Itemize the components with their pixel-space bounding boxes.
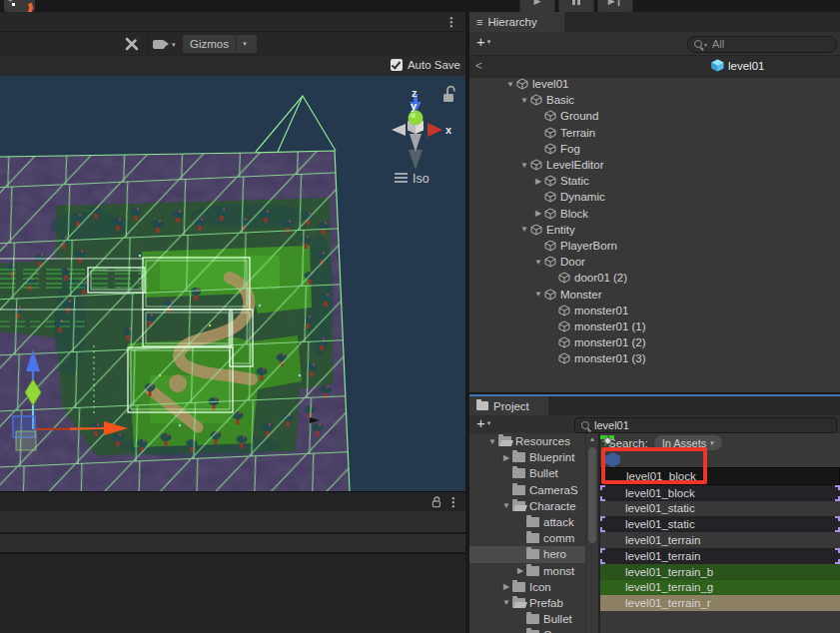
scroll-up-icon[interactable]: ▲ <box>586 435 598 442</box>
folder-item[interactable]: Icon <box>469 579 585 595</box>
project-search-input[interactable]: level01 <box>574 417 837 433</box>
projection-label: Iso <box>413 172 429 186</box>
back-chevron-icon[interactable]: < <box>475 59 482 73</box>
folder-item[interactable]: Bullet <box>469 611 585 627</box>
folder-item[interactable]: Resources <box>469 433 585 449</box>
gizmo-axis-y-sphere[interactable] <box>409 111 423 126</box>
tree-item[interactable]: Monster <box>469 286 840 302</box>
foldout-arrow-icon[interactable] <box>514 566 526 575</box>
snap-tool-button[interactable]: + <box>4 0 35 12</box>
bottom-panel-kebab-icon[interactable]: ⋮ <box>447 495 459 509</box>
play-button[interactable]: ▶ <box>519 0 555 12</box>
pause-button[interactable] <box>558 0 594 12</box>
result-item[interactable]: level01_terrain_r <box>600 595 840 611</box>
tree-item[interactable]: monster01 (3) <box>469 350 840 366</box>
camera-dropdown-caret-icon[interactable]: ▾ <box>172 41 176 49</box>
scope-caret-icon: ▾ <box>710 439 714 447</box>
foldout-arrow-icon[interactable] <box>500 582 512 591</box>
foldout-arrow-icon[interactable] <box>500 501 512 510</box>
project-content: Resources Blueprint Bullet CameraS <box>469 433 840 633</box>
tree-item[interactable]: door01 (2) <box>469 270 840 286</box>
tab-hierarchy[interactable]: ≡ Hierarchy <box>469 12 564 32</box>
create-object-button[interactable]: + ▾ <box>476 37 490 47</box>
prefab-title[interactable]: level01 <box>711 59 764 72</box>
tree-item[interactable]: Block <box>469 206 840 222</box>
folder-item[interactable]: CameraS <box>469 482 585 498</box>
scene-menu-kebab-icon[interactable]: ⋮ <box>445 15 457 29</box>
result-item[interactable]: level01_static <box>600 516 840 532</box>
folder-item[interactable]: comm <box>469 530 585 546</box>
tree-item[interactable]: monster01 (1) <box>469 318 840 334</box>
foldout-arrow-icon[interactable] <box>518 225 530 234</box>
result-item[interactable]: level01_block <box>600 467 840 485</box>
foldout-arrow-icon[interactable] <box>518 96 530 105</box>
foldout-arrow-icon[interactable] <box>504 80 516 89</box>
folder-item[interactable]: Prefab <box>469 595 585 611</box>
tree-item-label: Fog <box>560 143 580 155</box>
tree-item[interactable]: PlayerBorn <box>469 238 840 254</box>
foldout-arrow-icon[interactable] <box>500 598 512 607</box>
tree-item[interactable]: LevelEditor <box>469 157 840 173</box>
result-item[interactable]: level01_block <box>600 485 840 501</box>
folder-icon <box>512 452 525 462</box>
tree-item[interactable]: Entity <box>469 222 840 238</box>
gizmos-caret-icon: ▾ <box>237 40 253 48</box>
tree-item[interactable]: Ground <box>469 108 840 124</box>
project-tabbar: Project <box>469 396 840 415</box>
camera-icon[interactable] <box>153 40 165 49</box>
search-scope-dropdown[interactable]: In Assets ▾ <box>654 435 722 450</box>
tree-item[interactable]: monster01 (2) <box>469 334 840 350</box>
tree-item[interactable]: Dynamic <box>469 189 840 205</box>
lock-open-icon[interactable] <box>430 496 442 508</box>
tree-item[interactable]: Door <box>469 254 840 270</box>
result-item[interactable]: level01_terrain_b <box>600 564 840 580</box>
tree-item[interactable]: level01 <box>469 76 840 92</box>
folder-icon <box>512 485 525 495</box>
bottom-panel-header: ⋮ <box>0 491 465 512</box>
tree-item[interactable]: Fog <box>469 141 840 157</box>
folder-item[interactable]: Characte <box>469 498 585 514</box>
scrollbar-thumb[interactable] <box>588 447 596 543</box>
collapsed-bar-1[interactable] <box>0 511 465 532</box>
tree-item[interactable]: Basic <box>469 92 840 108</box>
prefab-name-label: level01 <box>728 60 764 72</box>
tree-item[interactable]: Static <box>469 173 840 189</box>
gizmos-dropdown[interactable]: Gizmos ▾ <box>183 35 257 53</box>
folder-item[interactable]: Blueprint <box>469 449 585 465</box>
folder-item[interactable]: Comm <box>469 627 585 633</box>
scene-viewport[interactable]: z y x Iso <box>0 76 465 491</box>
tree-item[interactable]: monster01 <box>469 303 840 318</box>
result-item[interactable]: level01 <box>605 452 620 467</box>
asset-icon <box>606 549 620 563</box>
collapsed-bar-2[interactable] <box>0 532 465 554</box>
step-button[interactable]: ▶❙ <box>597 0 633 12</box>
tab-project[interactable]: Project <box>469 396 548 415</box>
folder-item[interactable]: attack <box>469 514 585 530</box>
foldout-arrow-icon[interactable] <box>532 290 544 299</box>
create-asset-button[interactable]: + ▾ <box>476 418 490 428</box>
gameobject-cube-icon <box>516 78 528 90</box>
checkbox-checked-icon[interactable] <box>391 59 403 71</box>
hierarchy-search-input[interactable]: ▾ All <box>687 36 837 53</box>
foldout-arrow-icon[interactable] <box>532 258 544 267</box>
project-panel: Project + ▾ level01 Resources <box>469 394 840 633</box>
foldout-arrow-icon[interactable] <box>486 437 498 446</box>
foldout-arrow-icon[interactable] <box>532 177 544 186</box>
editor-tools-icon[interactable] <box>124 37 140 51</box>
scene-header-bar: ⋮ <box>0 12 465 31</box>
folders-scrollbar[interactable]: ▲ <box>585 433 598 633</box>
foldout-arrow-icon[interactable] <box>500 453 512 462</box>
folder-item[interactable]: hero <box>469 546 585 562</box>
result-item[interactable]: level01_terrain_g <box>600 580 840 596</box>
auto-save-toggle[interactable]: Auto Save <box>391 59 460 71</box>
gameobject-cube-icon <box>558 320 570 332</box>
result-item[interactable]: level01_static <box>600 501 840 517</box>
folder-item[interactable]: monst <box>469 563 585 579</box>
folder-item-label: Characte <box>529 500 576 512</box>
result-item[interactable]: level01_terrain <box>600 532 840 548</box>
folder-item[interactable]: Bullet <box>469 465 585 481</box>
foldout-arrow-icon[interactable] <box>518 161 530 170</box>
tree-item[interactable]: Terrain <box>469 125 840 141</box>
foldout-arrow-icon[interactable] <box>532 209 544 218</box>
result-item[interactable]: level01_terrain <box>600 548 840 564</box>
